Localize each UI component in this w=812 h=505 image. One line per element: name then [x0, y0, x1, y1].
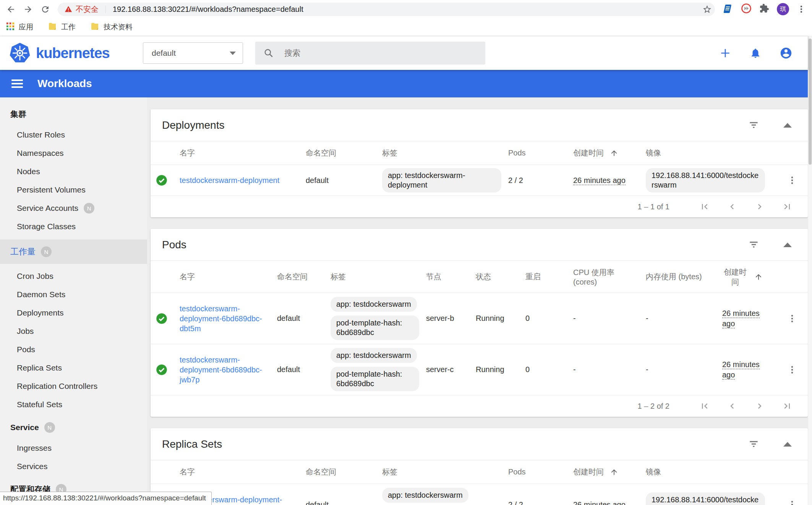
col-pods[interactable]: Pods [508, 468, 573, 476]
sidebar-item-persistent-volumes[interactable]: Persistent Volumes [0, 181, 147, 199]
row-menu-icon[interactable] [787, 314, 797, 324]
col-restarts[interactable]: 重启 [525, 272, 573, 282]
sidebar-item-storage-classes[interactable]: Storage Classes [0, 217, 147, 236]
speed-extension-icon[interactable] [741, 3, 752, 15]
col-namespace[interactable]: 命名空间 [306, 467, 382, 477]
col-status[interactable]: 状态 [476, 272, 525, 282]
sidebar-section-service[interactable]: ServiceN [0, 414, 147, 439]
search-input[interactable] [284, 49, 477, 58]
next-page-icon[interactable] [746, 201, 773, 212]
previous-page-icon[interactable] [718, 201, 746, 212]
sidebar-item-replica-sets[interactable]: Replica Sets [0, 359, 147, 377]
col-cpu: CPU 使用率 (cores) [573, 267, 646, 286]
item-label: Ingresses [17, 443, 52, 453]
table-row[interactable]: testdockerswarm-deployment-6bd689dbc-dbt… [151, 293, 808, 344]
image-chip: 192.168.88.141:6000/testdockerswarm [646, 492, 765, 505]
filter-icon[interactable] [749, 240, 759, 250]
col-created[interactable]: 创建时间 [573, 148, 646, 158]
sidebar-item-nodes[interactable]: Nodes [0, 162, 147, 181]
first-page-icon[interactable] [691, 401, 718, 411]
sidebar-item-stateful-sets[interactable]: Stateful Sets [0, 395, 147, 414]
sidebar-item-pods[interactable]: Pods [0, 340, 147, 359]
notebook-extension-icon[interactable] [723, 3, 733, 15]
create-plus-icon[interactable] [719, 47, 731, 59]
sidebar-item-daemon-sets[interactable]: Daemon Sets [0, 285, 147, 304]
col-node[interactable]: 节点 [426, 272, 476, 282]
first-page-icon[interactable] [691, 201, 718, 212]
sidebar-item-replication-controllers[interactable]: Replication Controllers [0, 377, 147, 395]
apps-grid-icon [6, 22, 15, 32]
item-label: Replication Controllers [17, 382, 97, 391]
filter-icon[interactable] [749, 439, 759, 449]
brand-wordmark: kubernetes [36, 45, 110, 62]
bookmark-apps[interactable]: 应用 [6, 22, 33, 32]
warning-icon [65, 5, 72, 13]
scrollbar-thumb[interactable] [809, 39, 812, 165]
bookmark-folder-work[interactable]: 工作 [48, 22, 76, 33]
item-label: Service Accounts [17, 204, 78, 213]
sidebar-item-service-accounts[interactable]: Service AccountsN [0, 199, 147, 217]
bookmark-star-icon[interactable] [702, 5, 712, 14]
item-label: Deployments [17, 308, 64, 317]
address-bar[interactable]: 不安全 192.168.88.138:30221/#/workloads?nam… [58, 3, 715, 16]
col-created[interactable]: 创建时间 [722, 267, 772, 287]
table-row[interactable]: testdockerswarm-deployment-6bd689dbc def… [151, 484, 808, 505]
namespace-selector[interactable]: default [143, 42, 243, 64]
table-row[interactable]: testdockerswarm-deployment default app: … [151, 165, 808, 196]
item-label: Pods [17, 345, 35, 354]
row-menu-icon[interactable] [787, 175, 797, 185]
col-namespace[interactable]: 命名空间 [277, 272, 331, 282]
extensions-puzzle-icon[interactable] [759, 3, 769, 15]
hamburger-menu-icon[interactable] [11, 78, 23, 90]
sidebar-item-jobs[interactable]: Jobs [0, 322, 147, 340]
next-page-icon[interactable] [746, 401, 773, 411]
sidebar-item-deployments[interactable]: Deployments [0, 304, 147, 322]
cell-created: 26 minutes ago [722, 360, 760, 380]
page-scrollbar[interactable] [808, 36, 812, 505]
last-page-icon[interactable] [773, 201, 801, 212]
sidebar-item-services[interactable]: Services [0, 457, 147, 476]
page-range: 1 – 1 of 1 [638, 202, 669, 211]
sidebar-item-cron-jobs[interactable]: Cron Jobs [0, 267, 147, 285]
col-created[interactable]: 创建时间 [573, 467, 646, 477]
item-label: Namespaces [17, 149, 64, 158]
row-menu-icon[interactable] [787, 365, 797, 375]
browser-menu-icon[interactable] [797, 5, 806, 14]
collapse-icon[interactable] [783, 442, 792, 447]
col-name[interactable]: 名字 [180, 467, 306, 477]
bookmark-folder-tech[interactable]: 技术资料 [90, 22, 133, 33]
browser-profile-avatar[interactable]: 琪 [777, 3, 789, 15]
reload-icon[interactable] [41, 5, 50, 14]
cell-namespace: default [306, 500, 382, 505]
col-name[interactable]: 名字 [180, 272, 277, 282]
url-text[interactable]: 192.168.88.138:30221/#/workloads?namespa… [113, 5, 699, 14]
search-bar[interactable] [255, 42, 485, 65]
collapse-icon[interactable] [783, 243, 792, 247]
previous-page-icon[interactable] [718, 401, 746, 411]
col-namespace[interactable]: 命名空间 [306, 148, 382, 158]
sidebar-item-ingresses[interactable]: Ingresses [0, 439, 147, 457]
row-menu-icon[interactable] [787, 500, 797, 505]
cell-namespace: default [277, 314, 331, 323]
filter-icon[interactable] [749, 120, 759, 130]
kubernetes-logo[interactable]: kubernetes [0, 42, 143, 64]
sort-ascending-icon [610, 149, 618, 157]
col-name[interactable]: 名字 [180, 148, 306, 158]
table-row[interactable]: testdockerswarm-deployment-6bd689dbc-jwb… [151, 344, 808, 395]
last-page-icon[interactable] [773, 401, 801, 411]
sidebar-item-cluster-roles[interactable]: Cluster Roles [0, 126, 147, 144]
back-icon[interactable] [6, 5, 16, 14]
col-pods[interactable]: Pods [508, 149, 573, 157]
sidebar-item-namespaces[interactable]: Namespaces [0, 144, 147, 162]
pod-name-link[interactable]: testdockerswarm-deployment-6bd689dbc-dbt… [180, 304, 270, 333]
sidebar-section-cluster[interactable]: 集群 [0, 100, 147, 126]
sidebar-section-workloads-selected[interactable]: 工作量N [0, 240, 147, 264]
account-icon[interactable] [780, 47, 793, 60]
collapse-icon[interactable] [783, 123, 792, 128]
pods-card-header: Pods [151, 229, 808, 261]
notifications-bell-icon[interactable] [750, 47, 761, 59]
pod-name-link[interactable]: testdockerswarm-deployment-6bd689dbc-jwb… [180, 355, 270, 385]
deployment-name-link[interactable]: testdockerswarm-deployment [180, 175, 279, 185]
forward-icon[interactable] [23, 5, 33, 14]
security-warning[interactable]: 不安全 [65, 4, 99, 15]
